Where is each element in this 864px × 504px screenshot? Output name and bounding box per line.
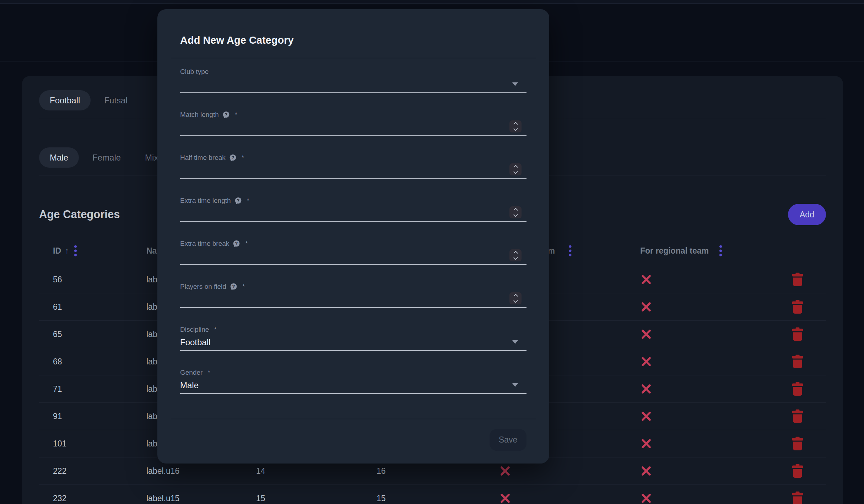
column-header-regional[interactable]: For regional team — [640, 244, 723, 258]
field-input[interactable] — [180, 76, 526, 93]
regional-false-x-icon — [640, 383, 653, 395]
regional-false-x-icon — [640, 273, 653, 286]
delete-row-button[interactable] — [792, 437, 804, 451]
delete-row-button[interactable] — [792, 464, 804, 478]
number-stepper[interactable] — [509, 292, 522, 304]
form-field: Gender ? * Male — [180, 368, 526, 411]
delete-row-button[interactable] — [792, 273, 804, 287]
cell-name: lab — [146, 302, 157, 312]
field-input[interactable] — [180, 205, 526, 222]
cell-name: lab — [146, 330, 157, 339]
cell-name: lab — [146, 412, 157, 421]
field-input[interactable]: Male — [180, 377, 526, 394]
number-stepper[interactable] — [509, 206, 522, 218]
tab-gender[interactable]: Female — [82, 147, 131, 168]
stepper-up-icon[interactable] — [513, 122, 518, 126]
stepper-down-icon[interactable] — [513, 126, 518, 131]
stepper-down-icon[interactable] — [513, 169, 518, 174]
column-header-id[interactable]: ID ↑ — [53, 244, 78, 258]
regional-false-x-icon — [640, 328, 653, 341]
help-icon[interactable]: ? — [233, 240, 240, 248]
national-false-x-icon — [499, 492, 512, 504]
tab-discipline[interactable]: Futsal — [93, 90, 138, 110]
field-label: Half time break — [180, 154, 226, 162]
sort-ascending-icon: ↑ — [65, 246, 69, 255]
form-field: Match length ? * — [180, 110, 526, 153]
regional-false-x-icon — [640, 437, 653, 450]
svg-text:?: ? — [225, 112, 227, 117]
field-value: Male — [180, 380, 199, 393]
tab-label: Male — [50, 153, 68, 163]
number-stepper[interactable] — [509, 120, 522, 132]
modal-title: Add New Age Category — [157, 9, 549, 46]
field-input[interactable] — [180, 162, 526, 179]
required-marker: * — [207, 369, 210, 376]
section-title: Age Categories — [39, 208, 120, 221]
delete-row-button[interactable] — [792, 300, 804, 314]
help-icon[interactable]: ? — [230, 283, 237, 291]
svg-text:?: ? — [231, 155, 234, 160]
field-label: Match length — [180, 111, 219, 119]
column-header-regional-label: For regional team — [640, 246, 709, 255]
regional-false-x-icon — [640, 410, 653, 423]
table-row: 232 label.u15 15 15 — [39, 485, 826, 504]
cell-id: 91 — [53, 412, 62, 421]
dropdown-caret-icon[interactable] — [512, 340, 518, 344]
stepper-down-icon[interactable] — [513, 212, 518, 217]
cell-value-1: 14 — [256, 466, 265, 476]
delete-row-button[interactable] — [792, 382, 804, 396]
stepper-up-icon[interactable] — [513, 208, 518, 212]
field-input[interactable] — [180, 119, 526, 136]
stepper-up-icon[interactable] — [513, 165, 518, 169]
column-menu-icon[interactable] — [73, 244, 78, 258]
svg-text:?: ? — [237, 198, 239, 203]
delete-row-button[interactable] — [792, 327, 804, 341]
field-label: Extra time break — [180, 240, 229, 248]
delete-row-button[interactable] — [792, 410, 804, 423]
column-menu-icon[interactable] — [718, 244, 723, 258]
help-icon[interactable]: ? — [229, 154, 237, 162]
column-menu-icon[interactable] — [568, 244, 573, 258]
required-marker: * — [214, 326, 216, 334]
trash-icon — [792, 410, 804, 423]
tab-discipline[interactable]: Football — [39, 90, 91, 110]
delete-row-button[interactable] — [792, 492, 804, 504]
cell-name: lab — [146, 384, 157, 394]
trash-icon — [792, 273, 804, 287]
cell-name: lab — [146, 439, 157, 449]
form-field: Discipline ? * Football — [180, 325, 526, 368]
add-age-category-modal: Add New Age Category Club type ? * — [157, 9, 549, 464]
number-stepper[interactable] — [509, 163, 522, 175]
add-button[interactable]: Add — [788, 204, 826, 225]
stepper-up-icon[interactable] — [513, 294, 518, 298]
trash-icon — [792, 300, 804, 314]
field-input[interactable] — [180, 248, 526, 265]
cell-value-1: 15 — [256, 494, 265, 503]
dropdown-caret-icon[interactable] — [512, 82, 518, 86]
svg-text:?: ? — [235, 241, 238, 246]
required-marker: * — [242, 283, 245, 291]
dropdown-caret-icon[interactable] — [512, 383, 518, 387]
cell-name: label.u15 — [146, 494, 179, 503]
number-stepper[interactable] — [509, 249, 522, 261]
cell-id: 71 — [53, 384, 62, 394]
stepper-down-icon[interactable] — [513, 298, 518, 303]
trash-icon — [792, 327, 804, 341]
delete-row-button[interactable] — [792, 355, 804, 369]
stepper-up-icon[interactable] — [513, 251, 518, 255]
cell-value-2: 15 — [377, 494, 386, 503]
trash-icon — [792, 437, 804, 451]
cell-id: 222 — [53, 466, 66, 476]
help-icon[interactable]: ? — [234, 197, 242, 205]
help-icon[interactable]: ? — [222, 111, 230, 119]
required-marker: * — [242, 154, 244, 162]
column-header-id-label: ID — [53, 246, 61, 255]
field-input[interactable] — [180, 291, 526, 308]
stepper-down-icon[interactable] — [513, 255, 518, 260]
save-button[interactable]: Save — [490, 429, 526, 451]
field-input[interactable]: Football — [180, 334, 526, 351]
tab-gender[interactable]: Male — [39, 147, 79, 168]
field-label: Club type — [180, 68, 209, 76]
field-label: Players on field — [180, 283, 226, 291]
form-field: Extra time break ? * — [180, 239, 526, 282]
